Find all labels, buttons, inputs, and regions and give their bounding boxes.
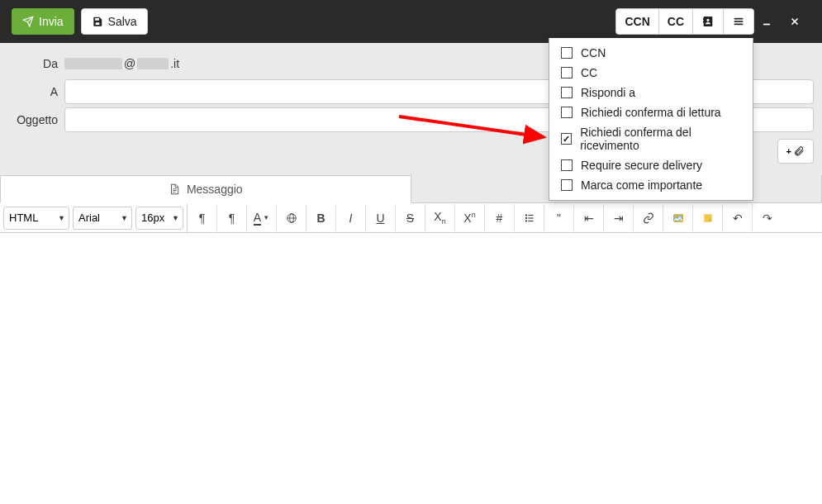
menu-item-label: Rispondi a [581,86,635,99]
minimize-button[interactable] [761,16,782,27]
underline-button[interactable]: U [365,204,395,232]
paper-plane-icon [22,16,34,27]
font-select[interactable]: Arial ▼ [73,207,132,230]
svg-rect-23 [704,214,711,221]
link-button[interactable] [633,204,663,232]
menu-item-reply-to[interactable]: Rispondi a [549,83,753,102]
format-select[interactable]: HTML ▼ [3,207,69,230]
svg-rect-2 [703,21,704,22]
options-menu: CCN CC Rispondi a Richiedi conferma di l… [549,38,753,201]
paperclip-icon [793,145,805,157]
address-book-button[interactable] [692,8,724,35]
menu-item-label: Require secure delivery [581,159,702,172]
more-options-button[interactable] [723,8,754,35]
menu-item-important[interactable]: Marca come importante [549,175,753,195]
italic-button[interactable]: I [335,204,365,232]
menu-item-label: CCN [581,46,606,59]
menu-item-cc[interactable]: CC [549,63,753,83]
svg-rect-21 [673,214,682,221]
editor-toolbar: HTML ▼ Arial ▼ 16px ▼ ¶ ¶ A▼ B I U S Xn … [0,203,822,233]
image-icon [672,212,684,224]
svg-point-19 [525,217,526,218]
underline-icon: U [376,212,384,225]
list-icon [524,212,535,224]
svg-rect-1 [703,18,704,20]
from-label: Da [8,57,58,70]
redacted-domain [137,58,169,69]
globe-button[interactable] [276,204,306,232]
chevron-down-icon: ▼ [121,214,128,222]
menu-item-read-receipt[interactable]: Richiedi conferma di lettura [549,102,753,122]
svg-point-18 [525,214,526,215]
cc-label: CC [668,15,684,28]
italic-icon: I [349,212,353,225]
checkbox-icon [561,67,573,78]
list-button[interactable] [514,204,544,232]
pilcrow-icon: ¶ [229,212,235,225]
checkbox-icon [561,87,573,98]
tab-message[interactable]: Messaggio [0,175,411,203]
hamburger-icon [732,15,745,28]
at-sign: @ [124,57,135,70]
menu-item-ccn[interactable]: CCN [549,43,753,63]
format-select-value: HTML [9,212,38,224]
align-icon: ¶ [199,212,206,225]
top-toolbar: Invia Salva CCN CC [0,0,822,43]
size-select-value: 16px [141,212,164,224]
floppy-icon [92,16,103,27]
bold-icon: B [316,212,325,225]
bold-button[interactable]: B [306,204,335,232]
send-label: Invia [39,15,64,28]
chevron-down-icon: ▼ [58,214,65,222]
hash-icon: # [497,212,503,225]
quote-button[interactable]: " [544,204,573,232]
menu-item-secure-delivery[interactable]: Require secure delivery [549,155,753,175]
globe-icon [286,212,297,224]
subscript-button[interactable]: Xn [425,204,454,232]
chevron-down-icon: ▼ [172,214,179,222]
svg-point-22 [676,216,677,217]
redacted-name [64,58,122,69]
paragraph-button[interactable]: ¶ [216,204,246,232]
subject-label: Oggetto [8,113,58,126]
ccn-button[interactable]: CCN [615,8,658,35]
superscript-button[interactable]: Xn [454,204,484,232]
menu-item-label: CC [581,66,597,79]
font-select-value: Arial [78,212,100,224]
quote-icon: " [557,212,561,225]
note-button[interactable] [692,204,722,232]
send-button[interactable]: Invia [12,8,74,35]
link-icon [643,212,654,224]
menu-item-label: Richiedi conferma del ricevimento [580,126,741,152]
strike-button[interactable]: S [395,204,425,232]
editor-body[interactable] [0,233,822,504]
save-button[interactable]: Salva [81,8,148,35]
sticky-note-icon [702,212,714,224]
size-select[interactable]: 16px ▼ [135,207,183,230]
add-attachment-button[interactable]: + [777,139,814,164]
header-options-group: CCN CC [615,8,754,35]
indent-right-button[interactable]: ⇥ [603,204,633,232]
image-button[interactable] [663,204,692,232]
align-button[interactable]: ¶ [187,204,216,232]
menu-item-label: Richiedi conferma di lettura [581,106,721,119]
svg-rect-11 [173,192,175,193]
redo-button[interactable]: ↷ [752,204,782,232]
indent-left-button[interactable]: ⇤ [573,204,603,232]
cc-button[interactable]: CC [658,8,693,35]
address-book-icon [701,15,715,28]
subscript-icon: Xn [434,210,445,226]
to-label: A [8,85,58,98]
tab-message-label: Messaggio [187,183,243,196]
checkbox-icon [561,107,573,118]
menu-item-delivery-receipt[interactable]: Richiedi conferma del ricevimento [549,122,753,155]
font-color-button[interactable]: A▼ [246,204,276,232]
domain-suffix: .it [170,57,179,70]
menu-item-label: Marca come importante [581,178,702,192]
plus-icon: + [786,146,791,156]
checkbox-icon [561,47,573,59]
close-button[interactable] [789,16,810,27]
undo-button[interactable]: ↶ [722,204,752,232]
hash-button[interactable]: # [484,204,514,232]
from-value: @ .it [64,57,179,70]
